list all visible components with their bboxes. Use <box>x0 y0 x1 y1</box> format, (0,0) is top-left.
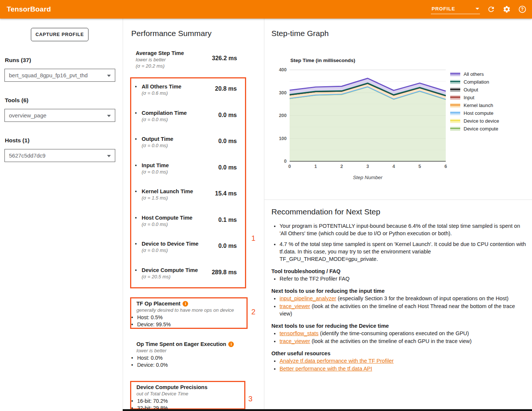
legend-swatch <box>450 96 460 100</box>
bullet: • <box>131 355 137 362</box>
metric-sigma: (σ = 0.6 ms) <box>142 90 210 96</box>
below-fold-divider <box>123 409 532 411</box>
bullet: • <box>131 398 137 405</box>
metric-sigma: (σ = 0.0 ms) <box>142 142 210 149</box>
chevron-down-icon <box>107 115 111 117</box>
hosts-select-value: 5627c5dd7dc9 <box>9 152 45 159</box>
metric-row: • Device Compute Time (σ = 20.5 ms) 289.… <box>131 262 245 288</box>
reload-icon[interactable] <box>487 5 496 14</box>
input-pipeline-analyzer-link[interactable]: input_pipeline_analyzer <box>280 295 336 301</box>
svg-text:4: 4 <box>393 164 395 169</box>
legend-label: Device compute <box>464 126 498 132</box>
legend-label: All others <box>464 71 484 77</box>
average-step-time-row: Average Step Time lower is better (σ = 2… <box>136 50 255 69</box>
tool-item: trace_viewer (look at the activities on … <box>280 302 528 317</box>
annotation-number-3: 3 <box>248 395 252 403</box>
step-time-graph-title: Step-time Graph <box>271 29 329 38</box>
tensorflow-stats-link[interactable]: tensorflow_stats <box>280 330 319 336</box>
metric-name: Device to Device Time <box>142 240 216 247</box>
chevron-down-icon <box>107 155 111 157</box>
precisions-title: Device Compute Precisions <box>136 384 207 391</box>
trace-viewer-link[interactable]: trace_viewer <box>280 303 310 309</box>
metric-sigma: (σ = 0.0 ms) <box>142 247 216 253</box>
bullet: • <box>135 136 142 157</box>
metric-value: 0.0 ms <box>210 162 242 184</box>
eager-title: Op Time Spent on Eager Execution <box>136 341 226 347</box>
tools-select-value: overview_page <box>9 112 46 119</box>
metric-value: 326.2 ms <box>212 55 237 69</box>
bullet: • <box>135 188 142 210</box>
tools-select[interactable]: overview_page <box>4 109 115 122</box>
metric-row: • Output Time (σ = 0.0 ms) 0.0 ms <box>131 131 245 157</box>
bullet: • <box>131 321 137 328</box>
tfdata-profiler-link[interactable]: Analyze tf.data performance with the TF … <box>280 358 394 364</box>
metric-sigma: (σ = 0.0 ms) <box>142 221 210 227</box>
tf-op-host: Host: 0.5% <box>137 314 162 321</box>
trace-viewer-link[interactable]: trace_viewer <box>280 338 310 344</box>
faq-item: Refer to the TF2 Profiler FAQ <box>280 275 528 282</box>
metric-value: 0.0 ms <box>210 136 242 157</box>
metric-name: Kernel Launch Time <box>142 188 210 195</box>
legend-label: Device to device <box>464 118 499 124</box>
metric-row: • Host Compute Time (σ = 0.0 ms) 0.1 ms <box>131 210 245 236</box>
tf-op-device: Device: 99.5% <box>137 321 171 328</box>
tool-item-text: (identify the time-consuming operations … <box>319 330 469 336</box>
help-icon[interactable]: ? <box>518 5 527 14</box>
info-icon[interactable]: i <box>183 301 188 307</box>
resource-item: Better performance with the tf.data API <box>280 365 528 372</box>
capture-profile-button[interactable]: CAPTURE PROFILE <box>31 28 88 41</box>
tf-op-placement-note: generally desired to have more ops on de… <box>131 307 243 313</box>
bullet: • <box>135 110 142 131</box>
tool-item-text: (look at the activities on the timeline … <box>310 338 471 344</box>
faq-heading: Tool troubleshooting / FAQ <box>271 268 528 274</box>
tfdata-api-link[interactable]: Better performance with the tf.data API <box>280 366 372 372</box>
metric-sigma: (σ = 0.0 ms) <box>142 169 210 175</box>
metric-sigma: (σ = 0.0 ms) <box>142 116 210 123</box>
metric-row: • Kernel Launch Time (σ = 1.5 ms) 15.4 m… <box>131 183 245 210</box>
info-icon[interactable]: i <box>228 342 234 347</box>
step-time-chart[interactable]: 01002003004000123456Step Number <box>275 65 450 184</box>
bullet: • <box>135 267 142 288</box>
eager-host: Host: 0.0% <box>137 355 162 362</box>
legend-swatch <box>450 127 460 131</box>
dashboard-select-value: PROFILE <box>432 6 455 12</box>
recommendation-section: Recommendation for Next Step Your progra… <box>271 207 528 373</box>
hosts-label: Hosts (1) <box>5 137 29 144</box>
metric-row: • Device to Device Time (σ = 0.0 ms) 0.0… <box>131 236 245 262</box>
runs-select[interactable]: bert_squad_8gpu_fp16_pvt_thd <box>4 69 115 82</box>
svg-text:300: 300 <box>279 90 287 96</box>
legend-item: All others <box>450 70 499 78</box>
dashboard-select[interactable]: PROFILE <box>431 4 480 14</box>
legend-label: Host compute <box>464 110 493 116</box>
legend-label: Input <box>464 95 474 100</box>
settings-gear-icon[interactable] <box>502 5 511 14</box>
legend-swatch <box>450 119 460 123</box>
metric-sigma: (σ = 20.5 ms) <box>142 274 210 280</box>
legend-item: Compilation <box>450 78 499 86</box>
header-controls: PROFILE ? <box>431 0 527 19</box>
app-header: TensorBoard PROFILE ? <box>0 0 532 19</box>
bullet: • <box>135 162 142 184</box>
metric-row: • Input Time (σ = 0.0 ms) 0.0 ms <box>131 157 245 184</box>
metric-value: 20.8 ms <box>210 83 242 105</box>
legend-item: Host compute <box>450 109 499 117</box>
metric-name: Device Compute Time <box>142 267 210 274</box>
metric-row: • Compilation Time (σ = 0.0 ms) 0.0 ms <box>131 105 245 131</box>
tool-item-text: (look at the activities on the timeline … <box>280 303 515 317</box>
tensorboard-page: TensorBoard PROFILE ? CAPTURE PROFILE Ru… <box>0 0 532 411</box>
legend-label: Compilation <box>464 79 489 85</box>
metric-value: 15.4 ms <box>210 188 242 210</box>
metric-name: Compilation Time <box>142 110 210 116</box>
resource-item: Analyze tf.data performance with the TF … <box>280 357 528 365</box>
bullet: • <box>135 214 142 236</box>
chart-title: Step Time (in milliseconds) <box>290 58 355 63</box>
tool-item: input_pipeline_analyzer (especially Sect… <box>280 295 528 302</box>
svg-text:1: 1 <box>315 164 317 169</box>
svg-text:100: 100 <box>279 136 287 141</box>
tf-op-placement-title: TF Op Placement <box>136 300 180 307</box>
hosts-select[interactable]: 5627c5dd7dc9 <box>4 149 115 162</box>
svg-text:0: 0 <box>288 164 291 169</box>
chart-legend: All othersCompilationOutputInputKernel l… <box>450 70 499 133</box>
eager-device: Device: 0.0% <box>137 362 168 369</box>
card-divider <box>264 200 532 200</box>
